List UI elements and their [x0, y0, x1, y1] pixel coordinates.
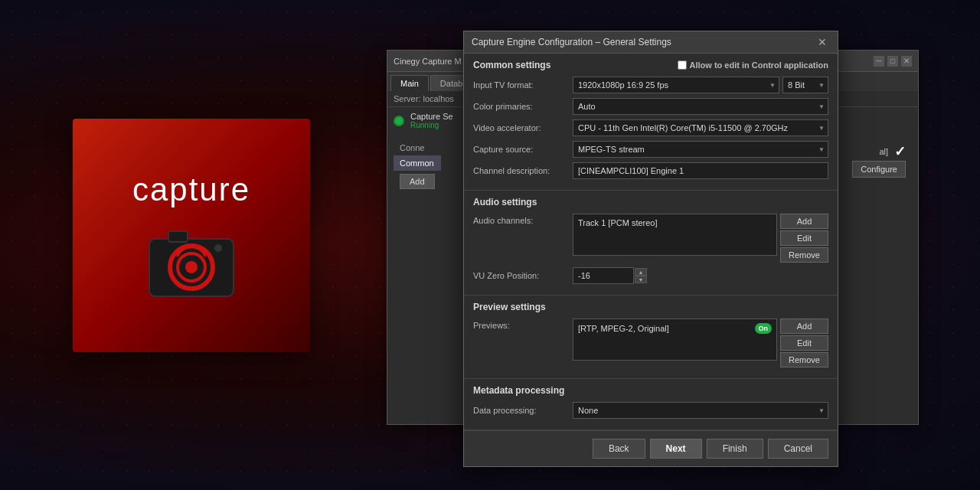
window-controls: ─ □ ✕: [874, 56, 912, 67]
data-processing-row: Data processing: None: [473, 402, 828, 419]
data-processing-select[interactable]: None: [573, 402, 828, 419]
video-accelerator-label: Video accelerator:: [473, 123, 573, 132]
audio-channels-label: Audio channels:: [473, 214, 573, 225]
close-button[interactable]: ✕: [901, 56, 912, 67]
finish-button[interactable]: Finish: [707, 439, 763, 459]
preview-remove-button[interactable]: Remove: [780, 352, 828, 368]
channel-description-input[interactable]: [573, 162, 828, 179]
vu-spinners: ▲ ▼: [635, 268, 647, 283]
color-primaries-select-wrapper: Auto: [573, 98, 828, 115]
capture-name-group: Capture Se Running: [410, 112, 453, 129]
sidebar-item-common[interactable]: Common: [394, 155, 441, 171]
color-primaries-select[interactable]: Auto: [573, 98, 828, 115]
dialog-footer: Back Next Finish Cancel: [464, 430, 838, 466]
audio-settings-title: Audio settings: [473, 197, 537, 207]
preview-edit-button[interactable]: Edit: [780, 335, 828, 351]
common-settings-header: Common settings Allow to edit in Control…: [473, 60, 828, 70]
preview-settings-header: Preview settings: [473, 302, 828, 312]
capture-source-row: Capture source: MPEG-TS stream: [473, 141, 828, 158]
status-indicator: [394, 116, 404, 126]
minimize-button[interactable]: ─: [874, 56, 884, 67]
dialog-title: Capture Engine Configuration – General S…: [472, 37, 815, 47]
audio-action-buttons: Add Edit Remove: [780, 214, 828, 263]
audio-add-button[interactable]: Add: [780, 214, 828, 229]
server-label: Server: localhos: [394, 94, 454, 103]
svg-point-3: [185, 261, 198, 273]
sidebar-panel: Conne Common Add: [394, 140, 441, 192]
channel-description-row: Channel description:: [473, 162, 828, 179]
capture-name: Capture Se: [410, 112, 453, 121]
metadata-title: Metadata processing: [473, 385, 564, 396]
tab-main[interactable]: Main: [390, 75, 429, 91]
audio-edit-button[interactable]: Edit: [780, 230, 828, 246]
logo-card: capture: [73, 119, 310, 352]
capture-source-select[interactable]: MPEG-TS stream: [573, 141, 828, 158]
capture-engine-dialog: Capture Engine Configuration – General S…: [463, 31, 838, 467]
common-settings-section: Common settings Allow to edit in Control…: [464, 54, 838, 191]
input-tv-format-label: Input TV format:: [473, 80, 573, 90]
data-processing-select-wrapper: None: [573, 402, 828, 419]
audio-remove-button[interactable]: Remove: [780, 247, 828, 263]
preview-settings-title: Preview settings: [473, 302, 546, 312]
bit-select[interactable]: 8 Bit: [782, 77, 828, 93]
preview-item-text: [RTP, MPEG-2, Original]: [578, 324, 750, 333]
svg-rect-4: [168, 231, 188, 242]
previews-list: [RTP, MPEG-2, Original] On: [573, 318, 777, 361]
input-tv-format-row: Input TV format: 1920x1080p 16:9 25 fps …: [473, 77, 828, 93]
allow-edit-text: Allow to edit in Control application: [690, 60, 829, 70]
svg-point-5: [214, 244, 222, 252]
panel-label: al]: [879, 147, 888, 156]
common-settings-title: Common settings: [473, 60, 550, 70]
capture-running: Running: [410, 121, 453, 129]
conn-label: Conne: [394, 140, 441, 155]
add-button[interactable]: Add: [400, 174, 435, 189]
vu-zero-label: VU Zero Position:: [473, 271, 573, 280]
allow-edit-checkbox[interactable]: [678, 60, 687, 70]
video-accelerator-select[interactable]: CPU - 11th Gen Intel(R) Core(TM) i5-1150…: [573, 119, 828, 136]
metadata-header: Metadata processing: [473, 385, 828, 396]
input-tv-format-select[interactable]: 1920x1080p 16:9 25 fps: [573, 77, 779, 93]
input-tv-format-select-wrapper: 1920x1080p 16:9 25 fps: [573, 77, 779, 93]
next-button[interactable]: Next: [650, 439, 702, 459]
dialog-titlebar: Capture Engine Configuration – General S…: [464, 31, 838, 54]
logo-text: capture: [132, 172, 250, 208]
audio-channels-area: Audio channels: Track 1 [PCM stereo] Add…: [473, 214, 828, 263]
cancel-button[interactable]: Cancel: [768, 439, 828, 459]
back-button[interactable]: Back: [593, 439, 645, 459]
vu-zero-input[interactable]: [573, 267, 634, 284]
checkmark-icon: ✓: [894, 143, 906, 160]
audio-settings-section: Audio settings Audio channels: Track 1 […: [464, 191, 838, 296]
video-accelerator-row: Video accelerator: CPU - 11th Gen Intel(…: [473, 119, 828, 136]
preview-settings-section: Preview settings Previews: [RTP, MPEG-2,…: [464, 296, 838, 379]
previews-area: Previews: [RTP, MPEG-2, Original] On Add…: [473, 318, 828, 368]
dialog-close-button[interactable]: ✕: [815, 36, 830, 48]
data-processing-label: Data processing:: [473, 406, 573, 415]
camera-icon: [145, 224, 237, 300]
bit-select-inner: 8 Bit: [782, 77, 828, 93]
video-accelerator-select-wrapper: CPU - 11th Gen Intel(R) Core(TM) i5-1150…: [573, 119, 828, 136]
vu-spin-up[interactable]: ▲: [635, 268, 647, 276]
maximize-button[interactable]: □: [887, 56, 898, 67]
configure-button[interactable]: Configure: [852, 161, 906, 178]
preview-action-buttons: Add Edit Remove: [780, 318, 828, 368]
capture-source-select-wrapper: MPEG-TS stream: [573, 141, 828, 158]
preview-toggle[interactable]: On: [755, 323, 773, 334]
audio-channels-list: Track 1 [PCM stereo]: [573, 214, 777, 256]
audio-track-item: Track 1 [PCM stereo]: [578, 217, 772, 229]
vu-spin-down[interactable]: ▼: [635, 276, 647, 283]
bit-select-wrapper: 8 Bit: [782, 77, 828, 93]
color-primaries-row: Color primaries: Auto: [473, 98, 828, 115]
preview-add-button[interactable]: Add: [780, 318, 828, 334]
preview-item: [RTP, MPEG-2, Original] On: [578, 322, 772, 335]
allow-edit-group: Allow to edit in Control application: [678, 60, 829, 70]
capture-source-label: Capture source:: [473, 145, 573, 154]
audio-settings-header: Audio settings: [473, 197, 828, 207]
color-primaries-label: Color primaries:: [473, 102, 573, 111]
channel-description-label: Channel description:: [473, 166, 573, 175]
vu-zero-row: VU Zero Position: ▲ ▼: [473, 267, 828, 284]
previews-label: Previews:: [473, 318, 573, 330]
dialog-body: Common settings Allow to edit in Control…: [464, 54, 838, 430]
metadata-section: Metadata processing Data processing: Non…: [464, 379, 838, 430]
